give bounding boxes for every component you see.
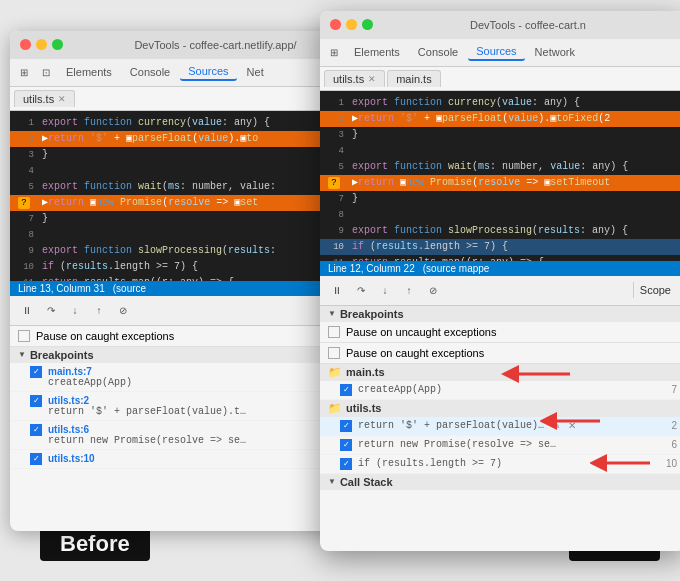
deactivate-button-before[interactable]: ⊘	[114, 301, 132, 319]
step-into-button-before[interactable]: ↓	[66, 301, 84, 319]
pause-caught-checkbox-before[interactable]	[18, 330, 30, 342]
tab-elements-after[interactable]: Elements	[346, 44, 408, 60]
callstack-header-after[interactable]: ▼ Call Stack	[320, 474, 680, 490]
bp-checkbox-utils-10[interactable]: ✓	[30, 453, 42, 465]
edit-bp-icon[interactable]: ✎	[552, 420, 560, 431]
after-bp-utils-6-checkbox[interactable]: ✓	[340, 439, 352, 451]
breakpoints-header-before[interactable]: ▼ Breakpoints	[10, 347, 370, 363]
after-bp-main-7-linenum: 7	[671, 384, 677, 395]
device-icon[interactable]: ⊡	[36, 62, 56, 82]
after-bp-utils-10-checkbox[interactable]: ✓	[340, 458, 352, 470]
file-tab-utils-close-icon[interactable]: ✕	[368, 74, 376, 84]
bp-checkbox-utils-6[interactable]: ✓	[30, 424, 42, 436]
source-info-before: (source	[113, 283, 146, 294]
file-tabs-after: utils.ts ✕ main.ts	[320, 67, 680, 91]
traffic-lights-before	[20, 39, 63, 50]
after-code-line-5: 5 export function wait(ms: number, value…	[320, 159, 680, 175]
cursor-position-after: Line 12, Column 22	[328, 263, 415, 274]
code-line-5: 5 export function wait(ms: number, value…	[10, 179, 370, 195]
deactivate-button-after[interactable]: ⊘	[424, 281, 442, 299]
after-bp-utils-2-checkbox[interactable]: ✓	[340, 420, 352, 432]
devtools-toggle-icon[interactable]: ⊞	[14, 62, 34, 82]
devtools-before-panel: DevTools - coffee-cart.netlify.app/ ⊞ ⊡ …	[10, 31, 370, 531]
tab-console-before[interactable]: Console	[122, 64, 178, 80]
bp-checkbox-utils-2[interactable]: ✓	[30, 395, 42, 407]
pause-button-after[interactable]: ⏸	[328, 281, 346, 299]
after-code-line-2: 2 ▶return '$' + ▣parseFloat(value).▣toFi…	[320, 111, 680, 127]
pause-caught-label-before: Pause on caught exceptions	[36, 330, 174, 342]
after-bp-main-7-checkbox[interactable]: ✓	[340, 384, 352, 396]
after-code-line-7: 7 }	[320, 191, 680, 207]
triangle-callstack-icon: ▼	[328, 477, 336, 486]
triangle-icon-after: ▼	[328, 309, 336, 318]
bp-group-utils-header[interactable]: 📁 utils.ts	[320, 400, 680, 417]
question-badge-after: ?	[328, 177, 340, 189]
bp-file-main-7: main.ts:7	[48, 366, 132, 377]
pause-section-before: Pause on caught exceptions	[10, 326, 370, 347]
code-line-7: 7 }	[10, 211, 370, 227]
pause-button-before[interactable]: ⏸	[18, 301, 36, 319]
folder-icon-main: 📁	[328, 366, 342, 379]
pause-uncaught-checkbox[interactable]	[328, 326, 340, 338]
maximize-button[interactable]	[52, 39, 63, 50]
tab-sources-before[interactable]: Sources	[180, 63, 236, 81]
title-bar-before: DevTools - coffee-cart.netlify.app/	[10, 31, 370, 59]
file-tab-main-after[interactable]: main.ts	[387, 70, 440, 87]
bp-checkbox-main-7[interactable]: ✓	[30, 366, 42, 378]
tab-network-before[interactable]: Net	[239, 64, 272, 80]
pause-caught-checkbox-after[interactable]	[328, 347, 340, 359]
step-out-button-after[interactable]: ↑	[400, 281, 418, 299]
code-line-3: 3 }	[10, 147, 370, 163]
bp-item-utils-6: ✓ utils.ts:6 return new Promise(resolve …	[10, 421, 370, 450]
title-bar-after: DevTools - coffee-cart.n	[320, 11, 680, 39]
after-bp-utils-10: ✓ if (results.length >= 7) 10	[320, 455, 680, 474]
close-button[interactable]	[20, 39, 31, 50]
step-over-button-before[interactable]: ↷	[42, 301, 60, 319]
step-out-button-before[interactable]: ↑	[90, 301, 108, 319]
cursor-position-before: Line 13, Column 31	[18, 283, 105, 294]
file-tab-utils-after[interactable]: utils.ts ✕	[324, 70, 385, 87]
bp-group-main-header[interactable]: 📁 main.ts	[320, 364, 680, 381]
after-bp-utils-2: ✓ return '$' + parseFloat(value)… ✎ ✕ 2	[320, 417, 680, 436]
breakpoints-label-before: Breakpoints	[30, 349, 94, 361]
minimize-button[interactable]	[36, 39, 47, 50]
pause-caught-label-after: Pause on caught exceptions	[346, 347, 484, 359]
after-bp-main-7-code: createApp(App)	[358, 384, 442, 395]
after-bp-main-7: ✓ createApp(App) 7	[320, 381, 680, 400]
step-over-button-after[interactable]: ↷	[352, 281, 370, 299]
tab-elements-before[interactable]: Elements	[58, 64, 120, 80]
tab-network-after[interactable]: Network	[527, 44, 583, 60]
debug-toolbar-after: ⏸ ↷ ↓ ↑ ⊘ Scope	[320, 276, 680, 306]
delete-bp-icon[interactable]: ✕	[568, 420, 576, 431]
step-into-button-after[interactable]: ↓	[376, 281, 394, 299]
breakpoints-header-after[interactable]: ▼ Breakpoints	[320, 306, 680, 322]
window-title-before: DevTools - coffee-cart.netlify.app/	[71, 39, 360, 51]
after-bp-utils-6-code: return new Promise(resolve => setT…	[358, 439, 558, 450]
code-line-2: 2 ▶return '$' + ▣parseFloat(value).▣to	[10, 131, 370, 147]
file-tabs-before: utils.ts ✕	[10, 87, 370, 111]
bp-file-utils-10: utils.ts:10	[48, 453, 95, 464]
tab-sources-after[interactable]: Sources	[468, 43, 524, 61]
after-bp-utils-2-linenum: 2	[671, 420, 677, 431]
bp-code-main-7: createApp(App)	[48, 377, 132, 388]
maximize-button-after[interactable]	[362, 19, 373, 30]
bp-item-utils-10: ✓ utils.ts:10	[10, 450, 370, 469]
bp-file-utils-2: utils.ts:2	[48, 395, 248, 406]
close-button-after[interactable]	[330, 19, 341, 30]
after-bp-utils-2-code: return '$' + parseFloat(value)…	[358, 420, 544, 431]
after-code-line-1: 1 export function currency(value: any) {	[320, 95, 680, 111]
after-bp-utils-6-linenum: 6	[671, 439, 677, 450]
tab-console-after[interactable]: Console	[410, 44, 466, 60]
source-info-after: (source mappe	[423, 263, 490, 274]
callstack-label-after: Call Stack	[340, 476, 393, 488]
breakpoints-label-after: Breakpoints	[340, 308, 404, 320]
file-tab-utils-before[interactable]: utils.ts ✕	[14, 90, 75, 107]
bp-item-utils-2: ✓ utils.ts:2 return '$' + parseFloat(val…	[10, 392, 370, 421]
bp-code-utils-6: return new Promise(resolve => setTimeo..…	[48, 435, 248, 446]
minimize-button-after[interactable]	[346, 19, 357, 30]
file-tab-close-icon[interactable]: ✕	[58, 94, 66, 104]
debug-toolbar-before: ⏸ ↷ ↓ ↑ ⊘ ⏸	[10, 296, 370, 326]
devtools-toggle-icon-after[interactable]: ⊞	[324, 42, 344, 62]
window-title-after: DevTools - coffee-cart.n	[381, 19, 675, 31]
toolbar-before: ⊞ ⊡ Elements Console Sources Net	[10, 59, 370, 87]
